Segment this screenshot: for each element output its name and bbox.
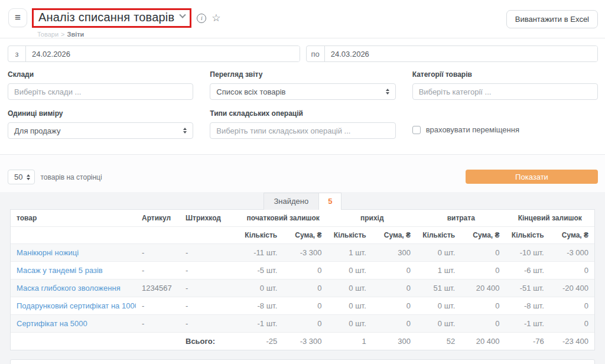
per-page-select[interactable]: 50 [8, 170, 35, 184]
value-cell: -1 шт. [506, 315, 550, 333]
categories-input[interactable] [412, 83, 598, 100]
sku-cell: - [136, 262, 180, 280]
value-cell: 0 [372, 315, 417, 333]
date-to-input[interactable] [325, 46, 597, 61]
subheader-quantity: Кількість [328, 227, 372, 244]
value-cell: -10 шт. [506, 244, 550, 262]
empty-header-cell [180, 227, 239, 244]
units-value: Для продажу [14, 126, 60, 135]
empty-cell [11, 333, 136, 350]
breadcrumb-current[interactable]: Звіти [67, 31, 84, 38]
product-link[interactable]: Масаж у тандемі 5 разів [17, 266, 103, 275]
group-opening-balance: початковий залишок [239, 210, 328, 227]
barcode-cell: - [180, 262, 239, 280]
sku-cell: - [136, 244, 180, 262]
col-barcode: Штрихкод [180, 210, 239, 227]
empty-header-cell [136, 227, 180, 244]
value-cell: 0 шт. [328, 262, 372, 280]
table-row: Масаж у тандемі 5 разів---5 шт.00 шт.01 … [11, 262, 594, 280]
value-cell: 0 [372, 262, 417, 280]
report-view-select[interactable]: Список всіх товарів [210, 83, 395, 100]
value-cell: -3 000 [550, 244, 594, 262]
operation-types-label: Типи складських операцій [210, 109, 395, 118]
value-cell: -20 400 [550, 280, 594, 297]
product-cell: Подарунковий сертифікат на 1000 грн. [11, 297, 136, 315]
menu-button[interactable]: ≡ [8, 8, 27, 27]
breadcrumb-parent[interactable]: Товари [37, 31, 58, 38]
product-cell: Манікюрні ножиці [11, 244, 136, 262]
subheader-sum: Сума, ₴ [550, 227, 594, 244]
value-cell: 1 шт. [328, 244, 372, 262]
value-cell: 0 [461, 297, 505, 315]
totals-value: 20 400 [461, 333, 505, 350]
product-link[interactable]: Манікюрні ножиці [17, 248, 79, 257]
found-tab: Знайдено 5 [264, 193, 342, 210]
units-select[interactable]: Для продажу [8, 122, 193, 139]
per-page-value: 50 [14, 173, 22, 181]
page-title: Аналіз списання товарів [38, 11, 174, 24]
barcode-cell: - [180, 244, 239, 262]
table-body: Манікюрні ножиці---11 шт.-3 3001 шт.3000… [11, 244, 594, 333]
totals-value: -76 [506, 333, 550, 350]
value-cell: 0 [550, 315, 594, 333]
value-cell: 0 [461, 244, 505, 262]
product-link[interactable]: Сертифікат на 5000 [17, 319, 87, 328]
value-cell: 0 шт. [239, 280, 283, 297]
value-cell: 0 [372, 297, 417, 315]
report-table-card: товар Артикул Штрихкод початковий залишо… [10, 209, 595, 350]
value-cell: -11 шт. [239, 244, 283, 262]
value-cell: 0 [283, 262, 327, 280]
date-from-input[interactable] [26, 46, 300, 61]
totals-label: Всього: [180, 333, 239, 350]
totals-value: -25 [239, 333, 283, 350]
value-cell: 1 шт. [417, 262, 461, 280]
subheader-quantity: Кількість [239, 227, 283, 244]
per-page-label: товарів на сторінці [40, 173, 102, 181]
show-button[interactable]: Показати [466, 170, 598, 184]
include-transfers-checkbox[interactable] [412, 126, 421, 134]
include-transfers-option[interactable]: враховувати переміщення [412, 125, 598, 134]
chevron-down-icon [180, 11, 186, 18]
value-cell: 0 [461, 315, 505, 333]
table-group-header-row: товар Артикул Штрихкод початковий залишо… [11, 210, 594, 227]
sku-cell: - [136, 297, 180, 315]
operation-types-input[interactable] [210, 122, 395, 139]
product-cell: Масаж у тандемі 5 разів [11, 262, 136, 280]
report-view-label: Перегляд звіту [210, 70, 395, 79]
value-cell: 0 шт. [417, 315, 461, 333]
export-excel-button[interactable]: Вивантажити в Excel [506, 10, 598, 28]
value-cell: -1 шт. [239, 315, 283, 333]
found-count: 5 [319, 193, 341, 210]
empty-header-cell [11, 227, 136, 244]
totals-value: -23 400 [550, 333, 594, 350]
star-icon[interactable]: ☆ [212, 13, 220, 23]
empty-cell [136, 333, 180, 350]
table-subheader-row: Кількість Сума, ₴ Кількість Сума, ₴ Кіль… [11, 227, 594, 244]
totals-row: Всього: -25 -3 300 1 300 52 20 400 -76 -… [11, 333, 594, 350]
updown-icon [386, 89, 389, 95]
breadcrumb: Товари>Звіти [37, 31, 221, 38]
group-income: прихід [328, 210, 417, 227]
totals-value: 300 [372, 333, 417, 350]
report-view-value: Список всіх товарів [216, 87, 285, 96]
warehouses-input[interactable] [8, 83, 193, 100]
value-cell: -3 300 [283, 244, 327, 262]
col-product: товар [11, 210, 136, 227]
updown-icon [183, 128, 187, 134]
product-link[interactable]: Маска глибокого зволоження [17, 284, 121, 292]
totals-value: 1 [328, 333, 372, 350]
table-row: Подарунковий сертифікат на 1000 грн.---8… [11, 297, 594, 315]
subheader-quantity: Кількість [506, 227, 550, 244]
top-bar: ≡ Аналіз списання товарів i ☆ Товари>Зві… [0, 0, 605, 38]
info-icon[interactable]: i [197, 14, 206, 23]
sku-cell: 1234567 [136, 280, 180, 297]
barcode-cell: - [180, 315, 239, 333]
value-cell: 0 шт. [328, 297, 372, 315]
value-cell: -8 шт. [506, 297, 550, 315]
value-cell: 20 400 [461, 280, 505, 297]
results-summary-card: Показано результати з 1 по 5 з 5 [10, 359, 595, 364]
report-title-dropdown[interactable]: Аналіз списання товарів [32, 8, 191, 28]
date-from-prefix: з [8, 46, 26, 61]
product-link[interactable]: Подарунковий сертифікат на 1000 грн. [17, 301, 136, 310]
date-to-prefix: по [307, 46, 325, 61]
